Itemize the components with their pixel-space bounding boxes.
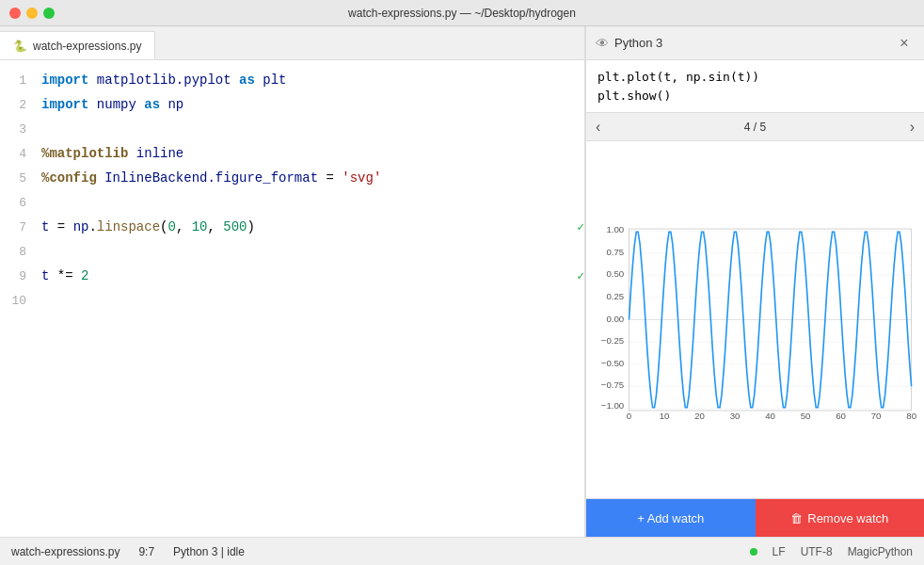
watch-expression: plt.plot(t, np.sin(t)) plt.show() (586, 60, 924, 113)
editor-tab[interactable]: 🐍 watch-expressions.py (0, 31, 155, 59)
remove-watch-label: Remove watch (807, 511, 888, 525)
line-content[interactable]: t = np.linspace(0, 10, 500) (38, 219, 569, 234)
line-content[interactable] (38, 121, 584, 137)
svg-text:−0.50: −0.50 (601, 358, 624, 368)
svg-text:1.00: 1.00 (606, 224, 624, 234)
editor-area: 🐍 watch-expressions.py 1 import matplotl… (0, 26, 585, 537)
table-row: 3 (0, 117, 584, 141)
watch-header: 👁 Python 3 × (586, 26, 924, 60)
expression-line-1: plt.plot(t, np.sin(t)) (597, 68, 913, 87)
watch-panel: 👁 Python 3 × plt.plot(t, np.sin(t)) plt.… (585, 26, 924, 537)
watch-title: Python 3 (614, 36, 662, 50)
status-file: watch-expressions.py (11, 545, 119, 558)
status-dot-icon (750, 548, 757, 556)
window-controls (9, 8, 55, 19)
titlebar: watch-expressions.py — ~/Desktop/hydroge… (0, 0, 924, 26)
table-row: 4 %matplotlib inline (0, 141, 584, 166)
table-row: 7 t = np.linspace(0, 10, 500) ✓ (0, 215, 584, 239)
status-bar: watch-expressions.py 9:7 Python 3 | idle… (0, 537, 924, 565)
line-number: 5 (0, 171, 38, 186)
table-row: 10 (0, 288, 584, 313)
svg-text:60: 60 (836, 411, 846, 421)
line-number: 9 (0, 269, 38, 283)
line-content[interactable] (38, 293, 584, 308)
line-content[interactable]: t *= 2 (38, 268, 569, 283)
svg-text:−0.25: −0.25 (601, 335, 624, 346)
table-row: 6 (0, 190, 584, 215)
watch-nav: ‹ 4 / 5 › (586, 113, 924, 141)
remove-watch-button[interactable]: 🗑 Remove watch (756, 499, 925, 537)
line-number: 3 (0, 122, 38, 137)
table-row: 9 t *= 2 ✓ (0, 264, 584, 288)
svg-text:0.50: 0.50 (606, 268, 624, 279)
eye-icon: 👁 (596, 36, 609, 51)
svg-text:40: 40 (765, 411, 775, 421)
line-content[interactable]: import numpy as np (38, 97, 584, 112)
line-number: 1 (0, 73, 38, 88)
table-row: 1 import matplotlib.pyplot as plt (0, 68, 584, 92)
add-watch-button[interactable]: + Add watch (586, 499, 756, 537)
watch-close-button[interactable]: × (894, 33, 915, 54)
table-row: 5 %config InlineBackend.figure_format = … (0, 166, 584, 190)
status-kernel: Python 3 | idle (173, 545, 245, 558)
svg-text:0.25: 0.25 (606, 291, 624, 301)
check-icon: ✓ (577, 268, 584, 283)
status-position: 9:7 (138, 545, 154, 558)
nav-prev-button[interactable]: ‹ (590, 116, 606, 138)
line-number: 6 (0, 196, 38, 210)
status-grammar: MagicPython (848, 545, 913, 558)
svg-text:0.75: 0.75 (606, 247, 624, 257)
svg-text:0.00: 0.00 (606, 314, 624, 324)
watch-chart: 1.00 0.75 0.50 0.25 0.00 −0.25 −0.50 −0.… (586, 141, 924, 499)
window-title: watch-expressions.py — ~/Desktop/hydroge… (348, 7, 576, 20)
status-right: LF UTF-8 MagicPython (750, 545, 913, 558)
svg-text:10: 10 (660, 411, 670, 421)
maximize-button[interactable] (43, 8, 55, 19)
line-content[interactable]: %config InlineBackend.figure_format = 's… (38, 170, 584, 186)
line-number: 10 (0, 294, 38, 308)
tab-bar: 🐍 watch-expressions.py (0, 26, 584, 60)
table-row: 2 import numpy as np (0, 92, 584, 117)
close-button[interactable] (9, 8, 21, 19)
file-icon: 🐍 (13, 40, 27, 53)
line-content[interactable]: import matplotlib.pyplot as plt (38, 73, 584, 88)
check-icon: ✓ (577, 219, 584, 234)
line-content[interactable]: %matplotlib inline (38, 146, 584, 161)
chart-svg: 1.00 0.75 0.50 0.25 0.00 −0.25 −0.50 −0.… (594, 149, 916, 491)
svg-text:0: 0 (627, 411, 631, 421)
svg-text:80: 80 (906, 411, 916, 421)
watch-actions: + Add watch 🗑 Remove watch (586, 499, 924, 537)
trash-icon: 🗑 (790, 511, 803, 525)
tab-label: watch-expressions.py (33, 40, 141, 53)
table-row: 8 (0, 239, 584, 264)
line-number: 7 (0, 220, 38, 234)
svg-text:30: 30 (730, 411, 741, 421)
svg-text:20: 20 (694, 411, 705, 421)
nav-page-label: 4 / 5 (744, 121, 766, 134)
line-content[interactable] (38, 244, 584, 259)
main-container: 🐍 watch-expressions.py 1 import matplotl… (0, 26, 924, 537)
line-number: 8 (0, 245, 38, 259)
svg-text:50: 50 (801, 411, 811, 421)
line-content[interactable] (38, 195, 584, 210)
status-encoding: UTF-8 (801, 545, 833, 558)
minimize-button[interactable] (26, 8, 38, 19)
status-line-ending: LF (773, 545, 786, 558)
line-number: 2 (0, 98, 38, 112)
nav-next-button[interactable]: › (904, 116, 920, 138)
line-number: 4 (0, 147, 38, 161)
svg-text:70: 70 (871, 411, 882, 421)
svg-text:−1.00: −1.00 (601, 400, 624, 411)
svg-text:−0.75: −0.75 (601, 379, 624, 390)
code-editor[interactable]: 1 import matplotlib.pyplot as plt 2 impo… (0, 60, 584, 537)
watch-header-left: 👁 Python 3 (596, 36, 662, 51)
expression-line-2: plt.show() (597, 87, 913, 105)
